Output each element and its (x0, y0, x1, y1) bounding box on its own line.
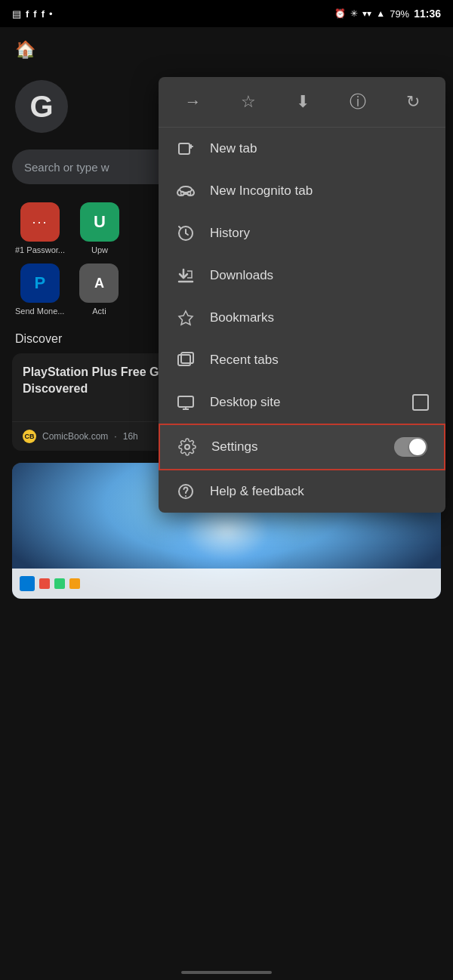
recent-tabs-label: Recent tabs (210, 353, 429, 368)
news-time: 16h (123, 431, 138, 442)
help-icon (175, 482, 196, 501)
home-icon[interactable]: 🏠 (15, 40, 35, 60)
desktop-site-label: Desktop site (210, 395, 399, 410)
svg-point-17 (185, 495, 186, 497)
notification-icon: ▤ (12, 8, 21, 20)
desktop-site-svg (177, 393, 195, 411)
bluetooth-icon: ✳ (350, 8, 358, 19)
bookmarks-label: Bookmarks (210, 310, 429, 325)
desktop-site-checkbox[interactable] (412, 394, 429, 411)
taskbar-icon-4 (69, 578, 80, 589)
status-bar: ▤ f f f • ⏰ ✳ ▾▾ ▲ 79% 11:36 (0, 0, 453, 27)
menu-item-desktop-site[interactable]: Desktop site (159, 381, 445, 424)
windows-taskbar (12, 569, 441, 599)
svg-marker-9 (179, 311, 193, 325)
downloads-svg (177, 267, 195, 285)
new-tab-label: New tab (210, 141, 429, 156)
svg-point-15 (185, 445, 190, 449)
svg-rect-12 (178, 396, 193, 407)
google-g-logo: G (15, 80, 68, 133)
menu-item-settings[interactable]: Settings (159, 424, 445, 470)
bookmarks-svg (177, 309, 195, 327)
paypal-icon-letter: P (34, 273, 45, 293)
taskbar-icon-2 (39, 578, 50, 589)
google-letter: G (29, 90, 53, 124)
windows-taskbar-icon (20, 576, 35, 591)
menu-item-bookmarks[interactable]: Bookmarks (159, 297, 445, 339)
menu-item-incognito[interactable]: New Incognito tab (159, 170, 445, 212)
taskbar-icon-3 (54, 578, 65, 589)
history-svg (177, 224, 195, 242)
facebook-icon-3: f (42, 8, 45, 20)
bookmarks-icon (175, 309, 196, 327)
info-button[interactable]: ⓘ (344, 88, 372, 116)
svg-point-6 (188, 192, 191, 196)
dropdown-toolbar: → ☆ ⬇ ⓘ ↻ (159, 77, 445, 128)
password-icon-dots: ··· (32, 214, 48, 230)
browser-background: 🏠 G Search or type w ··· #1 Passwor... U… (0, 27, 453, 980)
battery-text: 79% (390, 8, 409, 20)
dot-icon: • (49, 8, 53, 20)
acti-app-label: Acti (92, 307, 106, 316)
help-label: Help & feedback (210, 484, 429, 499)
new-tab-svg (177, 140, 195, 158)
menu-item-help[interactable]: Help & feedback (159, 470, 445, 513)
alarm-icon: ⏰ (334, 8, 346, 19)
paypal-app-item[interactable]: P Send Mone... (15, 263, 64, 316)
forward-button[interactable]: → (178, 89, 207, 115)
menu-item-new-tab[interactable]: New tab (159, 128, 445, 170)
bottom-nav-indicator (181, 971, 272, 974)
acti-app-icon: A (79, 263, 119, 303)
settings-icon (177, 438, 198, 456)
help-svg (177, 482, 195, 501)
menu-item-downloads[interactable]: Downloads (159, 254, 445, 297)
settings-svg (178, 438, 196, 456)
toggle-knob (409, 439, 426, 455)
home-bar: 🏠 (0, 27, 453, 72)
svg-rect-0 (179, 143, 190, 154)
paypal-app-label: Send Mone... (15, 307, 64, 316)
incognito-svg (176, 182, 196, 200)
source-name: ComicBook.com (42, 431, 108, 442)
upwork-app-label: Upw (91, 245, 108, 254)
upwork-app-icon: U (80, 202, 119, 242)
menu-item-history[interactable]: History (159, 212, 445, 254)
recent-tabs-svg (177, 351, 195, 369)
downloads-icon (175, 267, 196, 285)
acti-app-item[interactable]: A Acti (79, 263, 119, 316)
news-source: CB ComicBook.com · 16h (23, 430, 138, 443)
time-display: 11:36 (414, 8, 441, 20)
paypal-app-icon: P (20, 263, 60, 303)
downloads-label: Downloads (210, 268, 429, 283)
facebook-icon-1: f (26, 8, 29, 20)
recent-tabs-icon (175, 351, 196, 369)
wifi-icon: ▾▾ (362, 8, 371, 19)
facebook-icon-2: f (33, 8, 36, 20)
status-bar-right: ⏰ ✳ ▾▾ ▲ 79% 11:36 (334, 8, 441, 20)
incognito-icon (175, 182, 196, 200)
acti-icon-letter: A (94, 276, 104, 291)
settings-toggle[interactable] (394, 437, 427, 457)
desktop-site-icon (175, 393, 196, 411)
new-tab-icon (175, 140, 196, 158)
upwork-app-item[interactable]: U Upw (80, 202, 119, 254)
source-dot: · (114, 431, 116, 442)
search-placeholder-text: Search or type w (24, 161, 109, 174)
signal-icon: ▲ (376, 8, 385, 19)
incognito-label: New Incognito tab (210, 183, 429, 199)
settings-label: Settings (211, 439, 381, 455)
password-app-item[interactable]: ··· #1 Passwor... (15, 202, 65, 254)
password-app-icon: ··· (20, 202, 60, 242)
svg-point-5 (181, 192, 184, 196)
history-label: History (210, 226, 429, 241)
source-icon: CB (23, 430, 36, 443)
status-bar-left: ▤ f f f • (12, 8, 53, 20)
refresh-button[interactable]: ↻ (400, 89, 426, 115)
dropdown-menu: → ☆ ⬇ ⓘ ↻ New tab (159, 77, 445, 513)
download-page-button[interactable]: ⬇ (290, 89, 316, 115)
password-app-label: #1 Passwor... (15, 245, 65, 254)
upwork-icon-letter: U (94, 212, 106, 232)
menu-item-recent-tabs[interactable]: Recent tabs (159, 339, 445, 381)
history-icon (175, 224, 196, 242)
bookmark-button[interactable]: ☆ (235, 89, 262, 115)
